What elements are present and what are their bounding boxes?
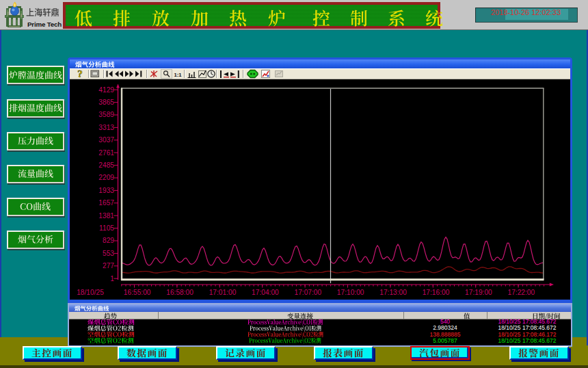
svg-text:17:04:00: 17:04:00: [252, 289, 279, 296]
svg-text:16:58:00: 16:58:00: [166, 289, 193, 296]
svg-text:1:1: 1:1: [174, 72, 183, 78]
svg-text:1381: 1381: [98, 212, 114, 220]
svg-text:1657: 1657: [98, 199, 114, 207]
svg-text:1105: 1105: [99, 224, 114, 232]
svg-text:2209: 2209: [98, 174, 114, 181]
svg-text:17:10:00: 17:10:00: [337, 289, 364, 296]
svg-text:3313: 3313: [98, 124, 114, 131]
svg-text:3865: 3865: [98, 98, 114, 106]
svg-text:17:22:00: 17:22:00: [507, 289, 535, 296]
svg-text:1: 1: [110, 275, 114, 282]
svg-text:17:16:00: 17:16:00: [423, 289, 450, 296]
svg-text:1933: 1933: [98, 187, 114, 194]
svg-text:17:19:00: 17:19:00: [465, 289, 492, 296]
svg-text:829: 829: [103, 237, 114, 244]
svg-text:277: 277: [103, 262, 114, 270]
svg-text:3589: 3589: [98, 111, 114, 118]
svg-text:2485: 2485: [98, 161, 114, 169]
svg-text:17:13:00: 17:13:00: [379, 289, 407, 296]
svg-text:17:01:00: 17:01:00: [209, 289, 237, 296]
svg-text:17:07:00: 17:07:00: [294, 289, 321, 296]
svg-text:?: ?: [77, 68, 83, 79]
svg-text:2761: 2761: [98, 149, 114, 157]
svg-text:18/10/25: 18/10/25: [77, 289, 104, 296]
svg-text:16:55:00: 16:55:00: [124, 289, 151, 296]
svg-text:553: 553: [103, 250, 114, 257]
svg-text:3037: 3037: [98, 136, 114, 144]
svg-text:4129: 4129: [98, 86, 114, 94]
